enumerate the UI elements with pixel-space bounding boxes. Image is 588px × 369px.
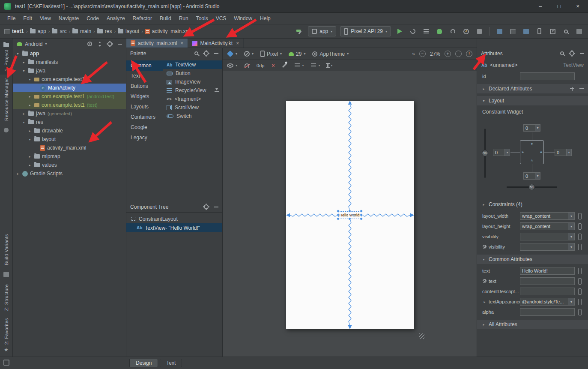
tree-row-app[interactable]: app xyxy=(13,49,126,58)
sdk-manager-button[interactable] xyxy=(548,27,557,36)
tree-row-res[interactable]: res xyxy=(13,118,126,126)
text-appearance-select[interactable] xyxy=(520,298,575,306)
tree-row-layout[interactable]: layout xyxy=(13,135,126,144)
close-tab-icon[interactable]: × xyxy=(180,40,183,46)
layout-inspector-button[interactable] xyxy=(508,27,517,36)
hide-panel-icon[interactable] xyxy=(214,53,218,54)
default-margin-select[interactable]: 0dp xyxy=(257,63,264,68)
menu-run[interactable]: Run xyxy=(175,14,192,23)
menu-build[interactable]: Build xyxy=(156,14,175,23)
menu-analyze[interactable]: Analyze xyxy=(103,14,129,23)
section-layout[interactable]: Layout xyxy=(477,96,588,105)
tree-row-activity-main-xml[interactable]: activity_main.xml xyxy=(13,144,126,152)
layout-width-input[interactable] xyxy=(520,212,575,220)
tree-row-package[interactable]: com.example.test1 xyxy=(13,75,126,84)
tree-row-manifests[interactable]: manifests xyxy=(13,58,126,66)
palette-category-containers[interactable]: Containers xyxy=(126,112,163,122)
menu-window[interactable]: Window xyxy=(230,14,256,23)
breadcr umb-file[interactable]: activity_main.xml xyxy=(145,28,191,34)
palette-category-buttons[interactable]: Buttons xyxy=(126,81,163,91)
close-button[interactable]: × xyxy=(576,3,579,9)
expand-arrow-icon[interactable] xyxy=(15,172,20,176)
expand-arrow-icon[interactable] xyxy=(482,300,487,304)
build-hammer-button[interactable] xyxy=(295,27,304,36)
menu-code[interactable]: Code xyxy=(83,14,103,23)
tools-text-input[interactable] xyxy=(520,277,575,285)
gear-icon[interactable] xyxy=(570,51,574,56)
palette-category-text[interactable]: Text xyxy=(126,71,163,81)
hide-panel-icon[interactable] xyxy=(214,207,218,207)
breadcrumb-project[interactable]: test1 xyxy=(4,28,24,34)
zoom-in-button[interactable]: + xyxy=(445,51,451,57)
resource-picker-icon[interactable] xyxy=(578,288,582,295)
expand-arrow-icon[interactable] xyxy=(21,60,26,64)
component-constraintlayout[interactable]: ConstraintLayout xyxy=(126,214,222,223)
resize-handle[interactable] xyxy=(337,217,340,220)
breadcrumb-res[interactable]: res xyxy=(97,28,112,34)
expand-arrow-icon[interactable] xyxy=(481,99,486,103)
resource-picker-icon[interactable] xyxy=(578,278,582,285)
expand-arrow-icon[interactable] xyxy=(481,258,486,261)
breadcrumb-app[interactable]: app xyxy=(30,28,46,34)
notifications-button[interactable] xyxy=(574,27,584,36)
palette-item-fragment[interactable]: <><fragment> xyxy=(163,95,222,103)
search-everywhere-button[interactable] xyxy=(561,27,570,36)
tree-row-mainactivity[interactable]: CMainActivity xyxy=(13,84,126,92)
visibility-input[interactable] xyxy=(520,233,575,240)
resource-picker-icon[interactable] xyxy=(578,234,582,240)
resize-handle[interactable] xyxy=(360,217,363,220)
chevron-down-icon[interactable] xyxy=(535,125,540,131)
resource-picker-icon[interactable] xyxy=(578,299,582,305)
expand-arrow-icon[interactable] xyxy=(27,129,32,133)
orientation-select[interactable] xyxy=(244,51,254,57)
stop-button[interactable] xyxy=(475,27,484,36)
menu-view[interactable]: View xyxy=(36,14,55,23)
text-mode-tab[interactable]: Text xyxy=(160,359,182,367)
palette-item-scrollview[interactable]: ScrollView xyxy=(163,103,222,112)
gear-icon[interactable] xyxy=(204,51,209,56)
resource-picker-icon[interactable] xyxy=(578,309,582,315)
debug-button[interactable] xyxy=(435,27,444,36)
expand-arrow-icon[interactable] xyxy=(27,138,32,141)
profile-button[interactable] xyxy=(461,27,471,36)
design-mode-tab[interactable]: Design xyxy=(129,359,158,367)
layout-height-input[interactable] xyxy=(520,222,575,230)
tools-visibility-input[interactable] xyxy=(520,243,575,251)
margin-top-select[interactable] xyxy=(523,124,540,132)
breadcrumb-main[interactable]: main xyxy=(72,28,91,34)
guidelines-select[interactable] xyxy=(327,63,332,68)
expand-arrow-icon[interactable] xyxy=(481,323,486,327)
expand-arrow-icon[interactable] xyxy=(27,155,32,159)
chevron-down-icon[interactable] xyxy=(568,213,574,219)
chevron-down-icon[interactable] xyxy=(568,223,574,230)
gear-icon[interactable] xyxy=(107,42,112,46)
theme-select[interactable]: AppTheme xyxy=(312,51,349,57)
palette-category-legacy[interactable]: Legacy xyxy=(126,132,163,143)
tree-row-package-androidtest[interactable]: com.example.test1(androidTest) xyxy=(13,92,126,101)
gear-icon[interactable] xyxy=(204,204,209,209)
tool-window-resource-manager[interactable]: Resource Manager xyxy=(0,75,13,124)
chevron-down-icon[interactable] xyxy=(568,233,574,240)
menu-tools[interactable]: Tools xyxy=(192,14,212,23)
layout-width-select[interactable] xyxy=(520,212,575,220)
download-icon[interactable] xyxy=(215,88,219,93)
profiler-window-button[interactable] xyxy=(521,27,531,36)
palette-item-recyclerview[interactable]: RecyclerView xyxy=(163,86,222,95)
text-input[interactable] xyxy=(520,267,575,275)
margin-right-select[interactable] xyxy=(555,149,572,156)
palette-item-textview[interactable]: AbTextView xyxy=(163,60,222,69)
section-declared-attributes[interactable]: Declared Attributes xyxy=(477,84,588,93)
visibility-select[interactable] xyxy=(520,233,575,240)
run-button[interactable] xyxy=(395,27,404,36)
tool-window-switcher-icon[interactable] xyxy=(3,360,9,366)
constraint-anchor-bottom[interactable] xyxy=(348,217,351,220)
hide-panel-icon[interactable] xyxy=(118,44,122,45)
align-select[interactable] xyxy=(311,63,320,68)
collapse-all-icon[interactable] xyxy=(98,42,102,47)
menu-vcs[interactable]: VCS xyxy=(212,14,230,23)
tree-row-java[interactable]: java xyxy=(13,66,126,75)
tree-row-gradle-scripts[interactable]: Gradle Scripts xyxy=(13,169,126,178)
breadcrumb-layout[interactable]: layout xyxy=(118,28,139,34)
view-options-select[interactable] xyxy=(227,63,237,68)
chevron-down-icon[interactable] xyxy=(566,149,571,156)
